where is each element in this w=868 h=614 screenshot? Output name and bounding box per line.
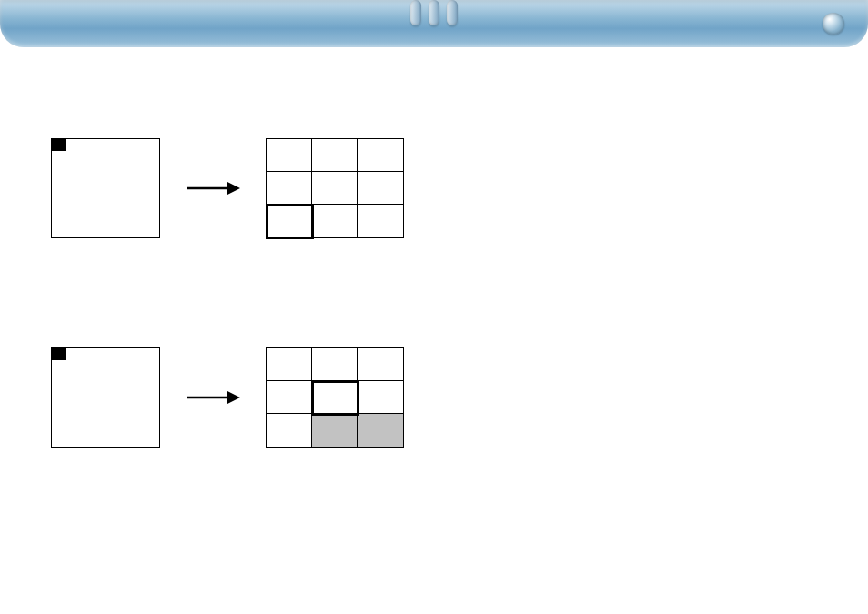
diagram-content [0, 47, 868, 448]
grid-cell [267, 348, 312, 381]
input-box [51, 138, 160, 238]
arrow-right-icon [186, 388, 240, 407]
grid-cell [267, 205, 312, 237]
corner-mark-icon [52, 348, 66, 360]
grid-cell [267, 139, 312, 172]
pill-group [410, 0, 458, 25]
grid-cell [267, 414, 312, 447]
pill-icon [410, 0, 421, 25]
grid-cell [358, 205, 403, 237]
grid-cell [312, 205, 358, 237]
grid-cell [312, 172, 358, 205]
grid-cell [312, 381, 358, 414]
pill-icon [447, 0, 458, 25]
corner-mark-icon [52, 139, 66, 151]
output-grid [266, 138, 404, 238]
knob-icon [823, 13, 844, 35]
grid-cell-shaded [358, 414, 403, 447]
svg-marker-3 [227, 391, 240, 404]
grid-cell [312, 139, 358, 172]
arrow-right-icon [186, 179, 240, 197]
svg-marker-1 [227, 182, 240, 195]
grid-cell [358, 348, 403, 381]
pill-icon [429, 0, 439, 25]
grid-cell [358, 139, 403, 172]
grid-cell-shaded [312, 414, 358, 447]
grid-cell [267, 172, 312, 205]
grid-cell [358, 172, 403, 205]
output-grid [266, 347, 404, 448]
top-bar [0, 0, 868, 47]
grid-cell [358, 381, 403, 414]
grid-cell [312, 348, 358, 381]
diagram-row [51, 347, 817, 448]
grid-cell [267, 381, 312, 414]
input-box [51, 347, 160, 448]
diagram-row [51, 138, 817, 238]
